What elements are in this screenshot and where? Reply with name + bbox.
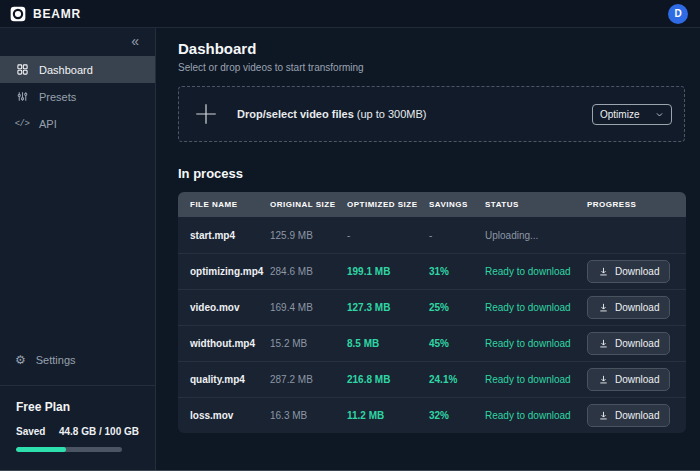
cell-progress: Download [587,404,686,427]
optimize-select-value: Optimize [600,109,639,120]
top-bar: BEAMR D [0,0,700,28]
brand: BEAMR [10,6,81,22]
sidebar-item-label: Presets [39,91,76,103]
col-optimized-size: Optimized size [347,200,429,209]
sidebar-item-presets[interactable]: Presets [0,83,155,110]
file-dropzone[interactable]: Drop/select video files (up to 300MB) Op… [178,86,685,142]
cell-optimized-size: 199.1 MB [347,266,429,277]
cell-status: Uploading... [485,230,587,241]
cell-savings: 31% [429,266,485,277]
cell-original-size: 284.6 MB [270,266,347,277]
table-body: start.mp4 125.9 MB - - Uploading... opti… [178,217,686,433]
download-icon [598,410,609,421]
page-subtitle: Select or drop videos to start transform… [178,62,685,73]
cell-optimized-size: 8.5 MB [347,338,429,349]
plus-icon [193,101,219,127]
optimize-select[interactable]: Optimize [592,104,672,125]
sidebar-item-api[interactable]: </> API [0,110,155,137]
table-row: video.mov 169.4 MB 127.3 MB 25% Ready to… [178,289,686,325]
cell-file-name: optimizing.mp4 [190,266,270,277]
download-icon [598,338,609,349]
table-row: loss.mov 16.3 MB 11.2 MB 32% Ready to do… [178,397,686,433]
cell-savings: - [429,230,485,241]
cell-status: Ready to download [485,374,587,385]
download-button[interactable]: Download [587,260,670,283]
cell-optimized-size: 127.3 MB [347,302,429,313]
cell-savings: 25% [429,302,485,313]
col-savings: Savings [429,200,485,209]
cell-original-size: 15.2 MB [270,338,347,349]
main-content: Dashboard Select or drop videos to start… [156,28,700,471]
cell-savings: 32% [429,410,485,421]
cell-file-name: start.mp4 [190,230,270,241]
gear-icon: ⚙ [15,354,26,366]
cell-progress: Download [587,368,686,391]
download-button[interactable]: Download [587,404,670,427]
chevron-down-icon [655,110,664,119]
process-table: File name Original size Optimized size S… [178,192,686,433]
cell-original-size: 16.3 MB [270,410,347,421]
cell-file-name: quality.mp4 [190,374,270,385]
cell-savings: 45% [429,338,485,349]
cell-file-name: widthout.mp4 [190,338,270,349]
cell-original-size: 169.4 MB [270,302,347,313]
cell-original-size: 287.2 MB [270,374,347,385]
col-original-size: Original size [270,200,347,209]
download-icon [598,302,609,313]
code-icon: </> [15,117,29,131]
plan-progress-fill [16,447,66,452]
brand-name: BEAMR [33,7,81,21]
col-progress: Progress [587,200,686,209]
col-file-name: File name [190,200,270,209]
plan-saved-value: 44.8 GB / 100 GB [59,426,139,437]
cell-status: Ready to download [485,410,587,421]
sidebar-item-settings[interactable]: ⚙ Settings [0,345,155,375]
beamr-logo-icon [10,6,26,22]
table-row: start.mp4 125.9 MB - - Uploading... [178,217,686,253]
cell-file-name: video.mov [190,302,270,313]
sidebar-item-dashboard[interactable]: Dashboard [0,56,155,83]
cell-status: Ready to download [485,338,587,349]
download-button[interactable]: Download [587,332,670,355]
plan-saved-label: Saved [16,426,45,437]
cell-status: Ready to download [485,266,587,277]
sliders-icon [15,90,29,104]
plan-panel: Free Plan Saved 44.8 GB / 100 GB [0,385,155,471]
cell-status: Ready to download [485,302,587,313]
cell-optimized-size: - [347,230,429,241]
user-avatar[interactable]: D [668,4,688,24]
download-icon [598,374,609,385]
grid-icon [15,63,29,77]
plan-name: Free Plan [16,400,139,414]
cell-optimized-size: 216.8 MB [347,374,429,385]
download-icon [598,266,609,277]
sidebar-collapse-icon[interactable]: « [131,34,139,48]
settings-label: Settings [36,354,76,366]
table-header-row: File name Original size Optimized size S… [178,192,686,217]
sidebar-nav: Dashboard Presets </> API [0,56,155,137]
app-window: BEAMR D « Dashboard [0,0,700,471]
sidebar-item-label: Dashboard [39,64,93,76]
cell-savings: 24.1% [429,374,485,385]
download-button[interactable]: Download [587,296,670,319]
cell-progress: Download [587,296,686,319]
sidebar-item-label: API [39,118,57,130]
table-row: quality.mp4 287.2 MB 216.8 MB 24.1% Read… [178,361,686,397]
cell-original-size: 125.9 MB [270,230,347,241]
cell-progress: Download [587,260,686,283]
cell-progress: Download [587,332,686,355]
dropzone-label: Drop/select video files (up to 300MB) [237,108,427,120]
sidebar: « Dashboard [0,28,156,471]
in-process-title: In process [178,166,685,181]
table-row: optimizing.mp4 284.6 MB 199.1 MB 31% Rea… [178,253,686,289]
page-title: Dashboard [178,40,685,57]
cell-file-name: loss.mov [190,410,270,421]
download-button[interactable]: Download [587,368,670,391]
cell-optimized-size: 11.2 MB [347,410,429,421]
plan-progress-track [16,447,122,452]
table-row: widthout.mp4 15.2 MB 8.5 MB 45% Ready to… [178,325,686,361]
col-status: Status [485,200,587,209]
